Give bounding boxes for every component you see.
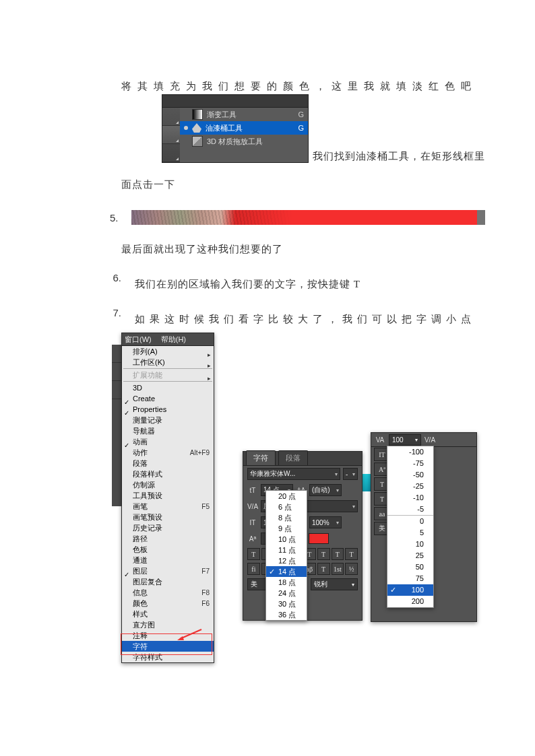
menu-item[interactable]: 仿制源 [122, 479, 214, 490]
tool-item[interactable]: 3D 材质拖放工具 [180, 135, 308, 148]
menu-item[interactable]: 注释 [122, 630, 214, 641]
size-option[interactable]: 24 点 [266, 588, 307, 598]
step7-num: 7. [81, 307, 135, 318]
tracking-option[interactable]: 0 [387, 515, 433, 527]
style-button[interactable]: T [332, 548, 344, 560]
tracking-option[interactable]: -50 [387, 469, 433, 481]
size-option[interactable]: 8 点 [266, 512, 307, 523]
size-option[interactable]: 10 点 [266, 534, 307, 545]
menu-item[interactable]: 工作区(K) [122, 357, 214, 368]
color-swatch[interactable] [309, 533, 329, 544]
style-button[interactable]: T [247, 548, 260, 560]
vscale-icon: IT [247, 517, 258, 528]
menu-item[interactable]: 段落样式 [122, 469, 214, 479]
ot-feature-button[interactable]: ½ [345, 563, 358, 575]
tracking-option[interactable]: -100 [387, 446, 433, 458]
tracking-option[interactable]: 10 [387, 539, 433, 550]
menu-item[interactable]: 样式 [122, 609, 214, 619]
size-option[interactable]: 30 点 [266, 598, 307, 609]
tracking-option[interactable]: -10 [387, 492, 433, 504]
red-bar-screenshot [131, 210, 485, 225]
tracking-dropdown[interactable]: -100-75-50-25-10-50510255075100200 [387, 446, 434, 608]
size-option[interactable]: 9 点 [266, 523, 307, 534]
menu-item[interactable]: 图层复合 [122, 576, 214, 587]
font-size-dropdown[interactable]: 20 点6 点8 点9 点10 点11 点12 点14 点18 点24 点30 … [265, 490, 307, 621]
menu-item[interactable]: 图层F7 [122, 565, 214, 576]
tracking-option[interactable]: 75 [387, 573, 433, 584]
size-option[interactable]: 36 点 [266, 609, 307, 620]
tracking-option[interactable]: -5 [387, 504, 433, 515]
tracking-option[interactable]: 50 [387, 561, 433, 573]
menu-item[interactable]: 画笔预设 [122, 512, 214, 522]
menu-item[interactable]: 动画 [122, 436, 214, 447]
ot-feature-button[interactable]: fi [247, 563, 260, 575]
tracking-option[interactable]: -25 [387, 481, 433, 492]
menu-item[interactable]: 历史记录 [122, 522, 214, 533]
size-icon: tT [247, 485, 258, 495]
style-button[interactable]: T [345, 548, 358, 560]
baseline-icon: Aª [247, 533, 258, 544]
font-family-field[interactable]: 华康雅宋体W... [247, 468, 340, 480]
menu-item[interactable]: Create [122, 393, 214, 404]
menu-item[interactable]: 色板 [122, 544, 214, 555]
va2-icon: V/A [424, 436, 436, 444]
size-option[interactable]: 6 点 [266, 502, 307, 512]
step5-text: 最后面就出现了这种我们想要的了 [81, 237, 485, 261]
tracking-option[interactable]: 5 [387, 527, 433, 539]
hscale-field[interactable]: 100% [309, 516, 342, 528]
menu-item[interactable]: 路径 [122, 533, 214, 544]
kern-icon: V/A [247, 501, 258, 512]
menu-item[interactable]: 通道 [122, 555, 214, 565]
menu-item[interactable]: 直方图 [122, 619, 214, 630]
menu-item[interactable]: 导航器 [122, 425, 214, 436]
menu-item[interactable]: Properties [122, 404, 214, 415]
menu-item[interactable]: 排列(A) [122, 346, 214, 357]
after-tool-text: 我们找到油漆桶工具，在矩形线框里 [313, 150, 485, 163]
step6-text: 我们在别的区域输入我们要的文字，按快捷键 T [135, 272, 485, 296]
accent [363, 474, 371, 491]
font-style-field[interactable]: - [343, 468, 358, 480]
after-tool-text2: 面点击一下 [81, 172, 485, 197]
aa-field[interactable]: 锐利 [311, 578, 358, 590]
size-option[interactable]: 18 点 [266, 577, 307, 588]
va-field[interactable]: 100 [389, 434, 421, 446]
window-menu[interactable]: 窗口(W) 帮助(H) 排列(A)工作区(K)扩展功能3DCreatePrope… [121, 333, 214, 663]
tool-flyout-screenshot: 渐变工具G油漆桶工具G3D 材质拖放工具 [162, 94, 309, 163]
menu-item[interactable]: 颜色F6 [122, 598, 214, 609]
menu-item[interactable]: 段落 [122, 458, 214, 469]
size-option[interactable]: 12 点 [266, 555, 307, 566]
tab-character[interactable]: 字符 [246, 450, 276, 465]
menu-item[interactable]: 信息F8 [122, 587, 214, 598]
step6-num: 6. [81, 272, 135, 283]
menu-window[interactable]: 窗口(W) [125, 335, 152, 345]
toolstrip [112, 345, 121, 506]
leading-field[interactable]: (自动) [309, 484, 342, 496]
size-option[interactable]: 11 点 [266, 545, 307, 555]
tab-paragraph[interactable]: 段落 [278, 450, 308, 465]
menu-item[interactable]: 字符样式 [122, 652, 214, 662]
style-button[interactable]: T [317, 548, 330, 560]
menu-item[interactable]: 3D [122, 382, 214, 393]
panels-screenshot: : : 窗口(W) 帮助(H) 排列(A)工作区(K)扩展功能3DCreateP… [121, 333, 485, 632]
tool-item[interactable]: 渐变工具G [180, 108, 308, 121]
step5-num: 5. [81, 212, 131, 224]
menu-item[interactable]: 工具预设 [122, 490, 214, 501]
step7-text: 如果这时候我们看字比较大了，我们可以把字调小点 [135, 307, 485, 331]
tracking-option[interactable]: -75 [387, 458, 433, 469]
ot-feature-button[interactable]: T [317, 563, 330, 575]
tracking-option[interactable]: 200 [387, 596, 433, 607]
menu-item: 扩展功能 [122, 370, 214, 380]
size-option[interactable]: 14 点 [266, 566, 307, 577]
tracking-option[interactable]: 25 [387, 550, 433, 561]
menu-item[interactable]: 动作Alt+F9 [122, 447, 214, 458]
tool-item[interactable]: 油漆桶工具G [180, 121, 308, 135]
size-option[interactable]: 20 点 [266, 491, 307, 502]
va-icon: VA [374, 436, 386, 444]
menu-item[interactable]: 字符 [122, 641, 214, 652]
menu-item[interactable]: 测量记录 [122, 415, 214, 425]
menu-help[interactable]: 帮助(H) [161, 335, 186, 345]
tracking-option[interactable]: 100 [387, 584, 433, 596]
ot-feature-button[interactable]: 1st [332, 563, 344, 575]
menu-item[interactable]: 画笔F5 [122, 501, 214, 512]
